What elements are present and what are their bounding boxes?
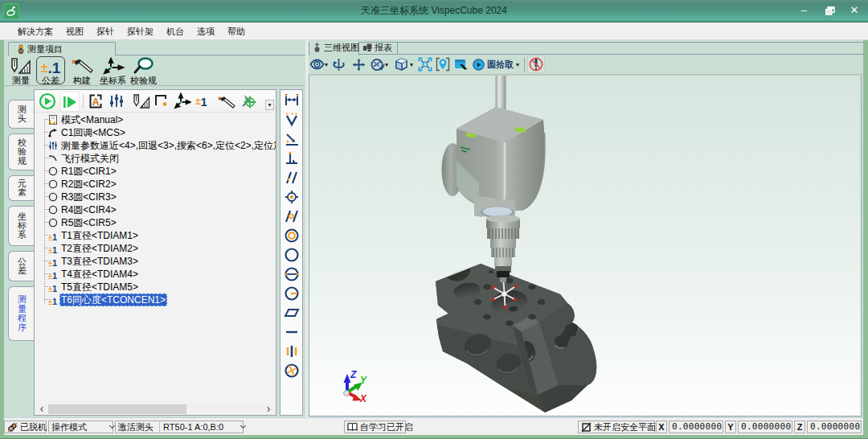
- probe-head: [457, 107, 545, 211]
- menu-machine[interactable]: 机台: [160, 23, 190, 40]
- run-program-button[interactable]: [39, 92, 56, 110]
- view-cube-caret-icon[interactable]: ▾: [410, 61, 413, 68]
- ribbon-tolerance-button[interactable]: ±.1 公差: [36, 56, 65, 84]
- tree-tolerance-button[interactable]: ±1: [195, 92, 207, 110]
- side-tab-probe[interactable]: 测头: [8, 100, 35, 129]
- tree-construct-button[interactable]: [216, 92, 235, 110]
- gdt-runout-icon[interactable]: [284, 285, 300, 302]
- zoom-fit-button[interactable]: [418, 57, 432, 72]
- orbit-icon: [332, 58, 346, 72]
- visibility-button[interactable]: [309, 59, 325, 70]
- gdt-circularity-icon[interactable]: [284, 247, 300, 263]
- operation-mode-select[interactable]: [92, 421, 117, 433]
- menu-solution[interactable]: 解决方案: [11, 23, 59, 40]
- step-run-button[interactable]: [60, 92, 80, 112]
- pan-arrows-icon: [352, 58, 366, 72]
- offline-status: 已脱机: [4, 421, 47, 433]
- tree-horizontal-scrollbar[interactable]: ‹ ›: [35, 404, 276, 415]
- menu-probe-rack[interactable]: 探针架: [121, 23, 160, 40]
- ribbon-measure-label: 测量: [6, 76, 36, 85]
- gdt-perpendicularity-icon[interactable]: [284, 150, 300, 166]
- orbit-button[interactable]: [332, 58, 346, 72]
- gdt-straightness-icon[interactable]: [284, 324, 300, 340]
- eye-icon: [309, 59, 325, 70]
- target-arrow-icon: [240, 92, 257, 110]
- side-tab-program[interactable]: 测量程序: [8, 286, 35, 341]
- active-probe-select[interactable]: RT50-1 A:0,B:0: [159, 421, 248, 433]
- side-tab-elements[interactable]: 元素: [8, 175, 35, 201]
- view-toolbar: ▾ ▾: [309, 55, 863, 75]
- snapshot-button[interactable]: [154, 92, 170, 110]
- ribbon-coordsys-label: 坐标系: [96, 76, 130, 85]
- menu-bar: 解决方案 视图 探针 探针架 机台 选项 帮助: [0, 23, 868, 40]
- menu-probe[interactable]: 探针: [90, 23, 121, 40]
- tree-toolbar: A: [35, 90, 276, 113]
- pan-button[interactable]: [352, 58, 366, 72]
- cube-icon: [394, 57, 409, 72]
- circle-pick-button[interactable]: 圆拾取: [473, 59, 514, 71]
- side-tab-tolerance[interactable]: 公差: [8, 251, 35, 281]
- scrollbar-thumb[interactable]: [48, 404, 186, 414]
- project-icon: [17, 44, 25, 54]
- scroll-right-arrow[interactable]: ›: [263, 404, 274, 415]
- gdt-angle-v-icon[interactable]: [284, 111, 300, 127]
- gdt-symmetry-icon[interactable]: [284, 343, 300, 359]
- measure-caliper-icon: [6, 57, 36, 76]
- gdt-parallelism-icon[interactable]: [284, 170, 300, 186]
- side-tab-gauge[interactable]: 校验规: [8, 133, 35, 170]
- ribbon-tolerance-label: 公差: [37, 76, 64, 85]
- ribbon-coordsys-button[interactable]: 坐标系: [96, 57, 130, 86]
- ribbon-construct-button[interactable]: 构建: [67, 57, 97, 86]
- branch-arrows-icon: [174, 92, 191, 110]
- ribbon-measure-button[interactable]: 测量: [6, 57, 36, 86]
- ribbon-gauge-button[interactable]: 校验规: [126, 57, 161, 86]
- scroll-left-arrow[interactable]: ‹: [36, 404, 47, 415]
- measure-settings-button[interactable]: [132, 92, 151, 110]
- offline-probe-icon: [7, 422, 18, 433]
- toolbar-overflow-button[interactable]: ▾: [265, 100, 274, 110]
- status-bar: 已脱机 操作模式 激活测头 RT50-1 A:0,B:0 自学习已开启 未开启安…: [0, 417, 868, 435]
- view-cube-button[interactable]: [394, 57, 409, 72]
- close-button[interactable]: ✕: [842, 0, 866, 21]
- gdt-flatness-icon[interactable]: [284, 305, 300, 321]
- selflearn-status: 自学习已开启: [344, 421, 406, 433]
- view3d-icon: [313, 43, 321, 52]
- gdt-angularity-icon[interactable]: [284, 131, 300, 147]
- visibility-caret-icon[interactable]: ▾: [325, 61, 328, 68]
- gdt-profile-line-icon[interactable]: [284, 208, 300, 224]
- collision-off-button[interactable]: [527, 55, 545, 73]
- viewport-3d[interactable]: Z Y X: [309, 75, 862, 416]
- menu-help[interactable]: 帮助: [221, 23, 252, 40]
- tab-3d-view[interactable]: 三维视图: [309, 42, 359, 55]
- gdt-concentricity-icon[interactable]: [284, 228, 300, 244]
- render-mode-button[interactable]: [371, 58, 385, 72]
- tree-coordsys-button[interactable]: [174, 92, 191, 110]
- side-tab-coordsys[interactable]: 坐标系: [8, 206, 35, 246]
- program-tree: 模式<Manual> C1回调<MCS> 测量参数逼近<4>,回退<3>,搜索<…: [35, 113, 276, 404]
- tab-report[interactable]: 报表: [359, 42, 398, 55]
- gdt-position-icon[interactable]: [284, 189, 300, 205]
- tolerance-symbol-toolbar: [280, 89, 303, 416]
- circle-pick-caret-icon[interactable]: ▾: [516, 61, 519, 68]
- auto-label-button[interactable]: A: [88, 92, 104, 110]
- circle-icon: [48, 192, 58, 202]
- tolerance-icon: ±1: [48, 231, 59, 240]
- menu-options[interactable]: 选项: [190, 23, 221, 40]
- menu-view[interactable]: 视图: [59, 23, 90, 40]
- probe-position-button[interactable]: [240, 92, 257, 110]
- render-mode-caret-icon[interactable]: ▾: [385, 61, 388, 68]
- locate-button[interactable]: [436, 57, 450, 72]
- tab-measurement-project[interactable]: 测量项目: [8, 42, 116, 55]
- overflow-caret-icon: ▾: [268, 101, 271, 109]
- restore-button[interactable]: [818, 0, 842, 21]
- left-side-tabs: 测头 校验规 元素 坐标系 公差 测量程序: [6, 89, 37, 417]
- gdt-distance-icon[interactable]: [284, 92, 300, 108]
- measurement-project-panel: 测量项目 测量 ±.1 公差: [4, 40, 305, 417]
- parameters-button[interactable]: [108, 92, 125, 110]
- gdt-true-position-icon[interactable]: [284, 363, 300, 379]
- tolerance-icon: ±1: [48, 269, 59, 279]
- minimize-button[interactable]: –: [792, 0, 816, 21]
- capture-view-button[interactable]: [454, 58, 469, 71]
- gdt-symmetry-circle-icon[interactable]: [284, 266, 300, 282]
- zoom-fit-icon: [418, 57, 432, 72]
